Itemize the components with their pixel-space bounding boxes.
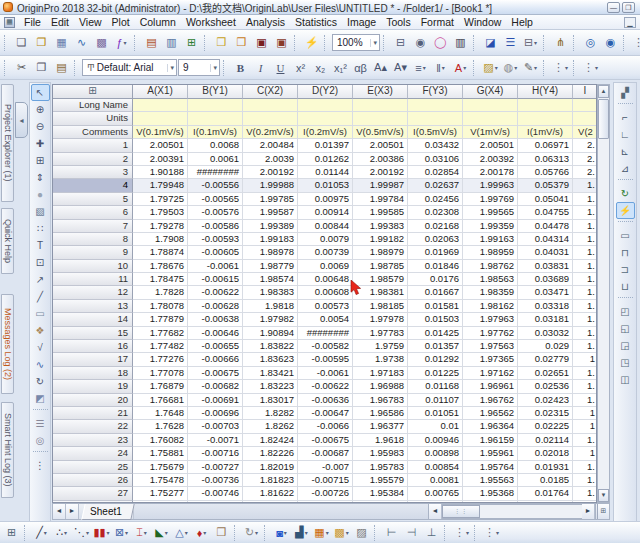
cell[interactable]: 0.01292	[408, 353, 463, 366]
cell[interactable]: 0.02456	[408, 193, 463, 206]
cell[interactable]: 0.00914	[298, 206, 353, 219]
vertical-scrollbar[interactable]: ▲ ▼	[597, 84, 610, 503]
insert-graph-tool[interactable]: ∿	[31, 356, 50, 373]
row-header-cell[interactable]: 9	[53, 246, 133, 259]
cell[interactable]: 0.0185	[518, 474, 573, 487]
cell[interactable]: 0.00573	[298, 300, 353, 313]
cell[interactable]: 1.77482	[133, 340, 188, 353]
restore-button[interactable]: ❐	[622, 2, 635, 13]
cell[interactable]: 1.90894	[243, 327, 298, 340]
cell[interactable]: 1	[573, 420, 597, 433]
cell[interactable]: 0.04755	[518, 206, 573, 219]
new-layer-top-x-button[interactable]: ⊓	[616, 244, 635, 261]
cell[interactable]: -0.00622	[188, 286, 243, 299]
scroll-corner-button[interactable]: ⊞	[597, 504, 609, 519]
cell[interactable]: 1.96377	[353, 420, 408, 433]
cell[interactable]: -0.0071	[188, 434, 243, 447]
scroll-left-button[interactable]: ◄	[429, 504, 442, 519]
line-symbol-plot-button[interactable]: ⋱▾	[72, 524, 91, 541]
cell[interactable]: 0.00975	[298, 193, 353, 206]
cell[interactable]: -0.007	[298, 461, 353, 474]
special-plot-button[interactable]: ⊠▾	[112, 524, 131, 541]
cell[interactable]: -0.00615	[188, 273, 243, 286]
cell[interactable]: -0.00703	[188, 420, 243, 433]
cell[interactable]: 0.03471	[518, 286, 573, 299]
cell[interactable]: 1.99182	[353, 233, 408, 246]
row-header-cell[interactable]: 13	[53, 300, 133, 313]
greek-button[interactable]: αβ	[351, 59, 370, 77]
cell[interactable]: 1.	[573, 340, 597, 353]
cell[interactable]: 1.77879	[133, 313, 188, 326]
cell[interactable]: 2.00178	[463, 166, 518, 179]
cell[interactable]: 1.95961	[463, 447, 518, 460]
cell[interactable]: 0.02114	[518, 434, 573, 447]
open-excel-button[interactable]: ⊞	[182, 34, 201, 52]
toolbar-overflow-button[interactable]: ⋮▾	[631, 34, 640, 52]
cell[interactable]: 1.7908	[133, 233, 188, 246]
header-cell[interactable]	[408, 112, 463, 125]
horizontal-scrollbar[interactable]: ◄ ⋮⋮ ►	[428, 504, 596, 519]
header-cell[interactable]	[133, 112, 188, 125]
header-cell[interactable]	[188, 99, 243, 112]
3d-surface-button[interactable]: ◙▾	[272, 524, 291, 541]
cell[interactable]: 1.	[573, 179, 597, 192]
cell[interactable]: 2.00501	[463, 139, 518, 152]
cell[interactable]: 0.03318	[518, 300, 573, 313]
cell[interactable]: 1.7648	[133, 407, 188, 420]
cell[interactable]: -0.00628	[188, 300, 243, 313]
sheet-tab-sheet1[interactable]: Sheet1	[81, 504, 134, 520]
cell[interactable]: 1.98978	[243, 246, 298, 259]
scroll-down-button[interactable]: ▼	[598, 489, 609, 502]
cell[interactable]: 0.06313	[518, 153, 573, 166]
cell[interactable]: 1.7828	[133, 286, 188, 299]
cell[interactable]: 0.01503	[408, 313, 463, 326]
cell[interactable]: -0.00647	[298, 407, 353, 420]
cell[interactable]: 1.	[573, 260, 597, 273]
cell[interactable]: 1.78676	[133, 260, 188, 273]
row-header-cell[interactable]: 23	[53, 434, 133, 447]
fill-color-button[interactable]: ▨▾	[481, 59, 500, 77]
cell[interactable]: 0.01357	[408, 340, 463, 353]
menu-item-edit[interactable]: Edit	[46, 15, 74, 29]
area-plot-button[interactable]: ◣▾	[152, 524, 171, 541]
cell[interactable]: -0.0066	[298, 420, 353, 433]
column-plot-button[interactable]: ▮▮▾	[92, 524, 111, 541]
print-preview-button[interactable]: ◉	[411, 34, 430, 52]
cell[interactable]: 1.83223	[243, 380, 298, 393]
cell[interactable]: -0.00586	[188, 220, 243, 233]
cell[interactable]: 1.98762	[463, 260, 518, 273]
cell[interactable]: 1.96762	[463, 394, 518, 407]
dropdown-arrow-icon[interactable]: ▾	[495, 64, 498, 71]
cell[interactable]: 0.06971	[518, 139, 573, 152]
zoom-in-tool[interactable]: ⊕	[31, 101, 50, 118]
data-reader-tool[interactable]: ⊞	[31, 152, 50, 169]
circle-select-tool[interactable]: ◎	[31, 432, 50, 449]
cell[interactable]: 1.98779	[243, 260, 298, 273]
header-cell[interactable]	[133, 99, 188, 112]
rescale-button[interactable]: ⚡	[616, 202, 635, 219]
cell[interactable]: -0.0061	[298, 367, 353, 380]
dropdown-arrow-icon[interactable]: ▾	[185, 529, 188, 536]
cell[interactable]: 1.98383	[243, 286, 298, 299]
cell[interactable]: -0.00556	[188, 179, 243, 192]
cell[interactable]: 1.79278	[133, 220, 188, 233]
header-cell[interactable]: V(2	[573, 126, 597, 139]
dropdown-arrow-icon[interactable]: ▾	[107, 529, 110, 536]
new-matrix-button[interactable]: ▩	[92, 34, 111, 52]
cell[interactable]: 1.75478	[133, 474, 188, 487]
row-header-cell[interactable]: 14	[53, 313, 133, 326]
column-format-button[interactable]: ‖▾	[431, 59, 450, 77]
cell[interactable]: 0.02854	[408, 166, 463, 179]
new-layer-top-right-button[interactable]: ⊔	[616, 278, 635, 295]
cell[interactable]: -0.00595	[298, 353, 353, 366]
cell[interactable]: 0.00844	[298, 220, 353, 233]
column-header-c[interactable]: C(X2)	[243, 85, 298, 99]
header-cell[interactable]	[518, 99, 573, 112]
cell[interactable]: 0.04031	[518, 246, 573, 259]
cell[interactable]: 2.00192	[243, 166, 298, 179]
worksheet-corner-cell[interactable]: ⊞	[53, 85, 133, 99]
cell[interactable]: 1.	[573, 487, 597, 500]
window-split-button[interactable]: ⊟▾	[521, 34, 540, 52]
cell[interactable]: 1.99383	[353, 220, 408, 233]
cell[interactable]: 1.96961	[463, 380, 518, 393]
